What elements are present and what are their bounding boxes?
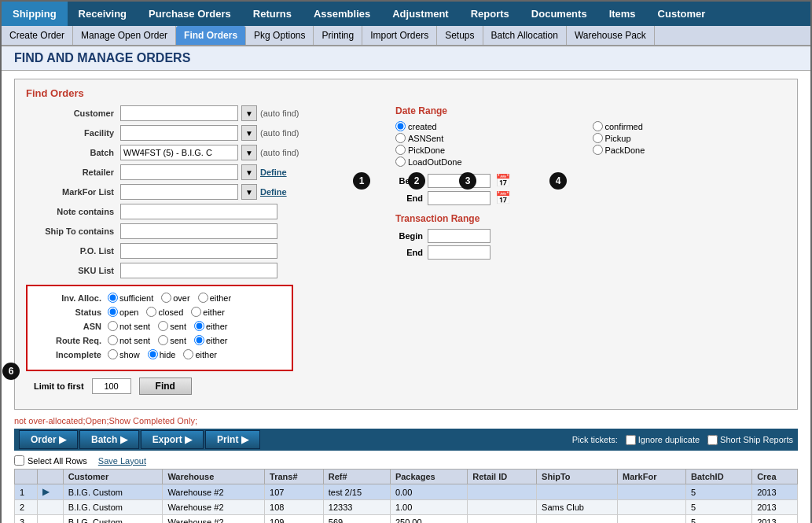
asn-sent[interactable]: sent <box>158 321 186 331</box>
subnav-warehouse-pack[interactable]: Warehouse Pack <box>567 26 655 45</box>
nav-shipping[interactable]: Shipping <box>2 2 68 26</box>
col-trans[interactable]: Trans# <box>265 470 324 484</box>
po-input[interactable] <box>120 243 277 259</box>
ignore-dup-check[interactable] <box>626 435 636 445</box>
incomplete-show[interactable]: show <box>108 349 140 359</box>
short-ship-label: Short Ship Reports <box>720 435 793 444</box>
nav-adjustment[interactable]: Adjustment <box>381 2 460 26</box>
retailer-input[interactable] <box>120 164 238 180</box>
nav-documents[interactable]: Documents <box>520 2 598 26</box>
col-packages[interactable]: Packages <box>390 470 467 484</box>
facility-input[interactable] <box>120 125 238 141</box>
incomplete-hide[interactable]: hide <box>148 349 176 359</box>
table-row[interactable]: 3 B.I.G. Custom Warehouse #2 109 569 250… <box>15 515 798 524</box>
select-all-row[interactable]: Select All Rows <box>14 455 87 466</box>
col-warehouse[interactable]: Warehouse <box>163 470 265 484</box>
date-confirmed[interactable]: confirmed <box>593 121 787 131</box>
nav-reports[interactable]: Reports <box>460 2 520 26</box>
nav-customer[interactable]: Customer <box>647 2 717 26</box>
trans-end-label: End <box>395 248 423 257</box>
incomplete-either[interactable]: either <box>183 349 217 359</box>
toolbar-export[interactable]: Export ▶ <box>141 430 204 449</box>
col-retailid[interactable]: Retail ID <box>468 470 537 484</box>
status-closed[interactable]: closed <box>146 307 183 317</box>
table-row[interactable]: 2 B.I.G. Custom Warehouse #2 108 12333 1… <box>15 500 798 515</box>
nav-returns[interactable]: Returns <box>242 2 303 26</box>
select-all-checkbox[interactable] <box>14 455 24 466</box>
date-pickup[interactable]: Pickup <box>593 133 787 143</box>
subnav-pkg-options[interactable]: Pkg Options <box>246 26 314 45</box>
note-input[interactable] <box>120 204 277 219</box>
subnav-manage-open-order[interactable]: Manage Open Order <box>73 26 176 45</box>
incomplete-row: Incomplete show hide either <box>37 349 282 359</box>
toolbar-batch[interactable]: Batch ▶ <box>79 430 139 449</box>
customer-input[interactable] <box>120 105 238 121</box>
customer-label: Customer <box>26 109 120 118</box>
routereq-sent[interactable]: sent <box>158 335 186 345</box>
date-packdone[interactable]: PackDone <box>593 145 787 155</box>
col-markfor[interactable]: MarkFor <box>618 470 686 484</box>
date-created[interactable]: created <box>395 121 590 131</box>
end-calendar-icon[interactable]: 📅 <box>495 190 511 205</box>
subnav-import-orders[interactable]: Import Orders <box>362 26 437 45</box>
col-ref[interactable]: Ref# <box>323 470 390 484</box>
trans-begin-input[interactable] <box>428 229 491 243</box>
date-loadoutdone[interactable]: LoadOutDone <box>395 157 590 167</box>
date-asnsent[interactable]: ASNSent <box>395 133 590 143</box>
subnav-batch-allocation[interactable]: Batch Allocation <box>483 26 567 45</box>
asn-not-sent[interactable]: not sent <box>108 321 150 331</box>
toolbar-order[interactable]: Order ▶ <box>19 430 78 449</box>
nav-assemblies[interactable]: Assemblies <box>303 2 381 26</box>
trans-end-input[interactable] <box>428 245 491 260</box>
col-batchid[interactable]: BatchID <box>686 470 752 484</box>
ignore-dup-checkbox[interactable]: Ignore duplicate <box>626 435 700 445</box>
save-layout-link[interactable]: Save Layout <box>98 456 146 466</box>
row-warehouse: Warehouse #2 <box>163 484 265 500</box>
col-shipto[interactable]: ShipTo <box>537 470 618 484</box>
inv-alloc-sufficient[interactable]: sufficient <box>108 293 153 303</box>
toolbar-print[interactable]: Print ▶ <box>205 430 260 449</box>
inv-alloc-either[interactable]: either <box>198 293 232 303</box>
col-customer[interactable]: Customer <box>63 470 163 484</box>
end-date-input[interactable] <box>428 191 491 205</box>
asn-either[interactable]: either <box>194 321 228 331</box>
find-button[interactable]: Find <box>139 378 192 395</box>
col-crea[interactable]: Crea <box>752 470 798 484</box>
nav-purchase-orders[interactable]: Purchase Orders <box>138 2 242 26</box>
end-date-row: End 📅 <box>395 190 786 205</box>
row-trans: 109 <box>265 515 324 524</box>
shipto-input[interactable] <box>120 223 277 239</box>
batch-input[interactable]: WW4FST (5) - B.I.G. C <box>120 145 238 160</box>
limit-input[interactable]: 100 <box>92 378 131 394</box>
routereq-not-sent[interactable]: not sent <box>108 335 150 345</box>
page-title: Find and Manage Orders <box>14 51 798 65</box>
status-either[interactable]: either <box>191 307 225 317</box>
markfor-define[interactable]: Define <box>260 187 287 197</box>
table-row[interactable]: 1 ▶ B.I.G. Custom Warehouse #2 107 test … <box>15 484 798 500</box>
customer-dropdown[interactable]: ▼ <box>241 105 257 121</box>
begin-calendar-icon[interactable]: 📅 <box>495 173 511 188</box>
retailer-dropdown[interactable]: ▼ <box>241 164 257 180</box>
markfor-input[interactable] <box>120 184 238 200</box>
subnav-find-orders[interactable]: Find Orders <box>176 26 246 45</box>
sku-input[interactable] <box>120 263 277 278</box>
trans-end-row: End <box>395 245 786 260</box>
status-open[interactable]: open <box>108 307 138 317</box>
short-ship-checkbox[interactable]: Short Ship Reports <box>707 435 793 445</box>
nav-receiving[interactable]: Receiving <box>68 2 138 26</box>
subnav-setups[interactable]: Setups <box>437 26 483 45</box>
table-controls: Select All Rows Save Layout <box>14 455 798 466</box>
date-pickdone[interactable]: PickDone <box>395 145 590 155</box>
routereq-either[interactable]: either <box>194 335 228 345</box>
markfor-dropdown[interactable]: ▼ <box>241 184 257 200</box>
nav-items[interactable]: Items <box>598 2 647 26</box>
col-arrow <box>38 470 63 484</box>
facility-dropdown[interactable]: ▼ <box>241 125 257 141</box>
retailer-define[interactable]: Define <box>260 168 287 177</box>
batch-dropdown[interactable]: ▼ <box>241 145 257 160</box>
inv-alloc-over[interactable]: over <box>161 293 189 303</box>
subnav-printing[interactable]: Printing <box>314 26 362 45</box>
short-ship-check[interactable] <box>707 435 718 445</box>
subnav-create-order[interactable]: Create Order <box>2 26 73 45</box>
retailer-row: Retailer ▼ Define <box>26 164 388 180</box>
